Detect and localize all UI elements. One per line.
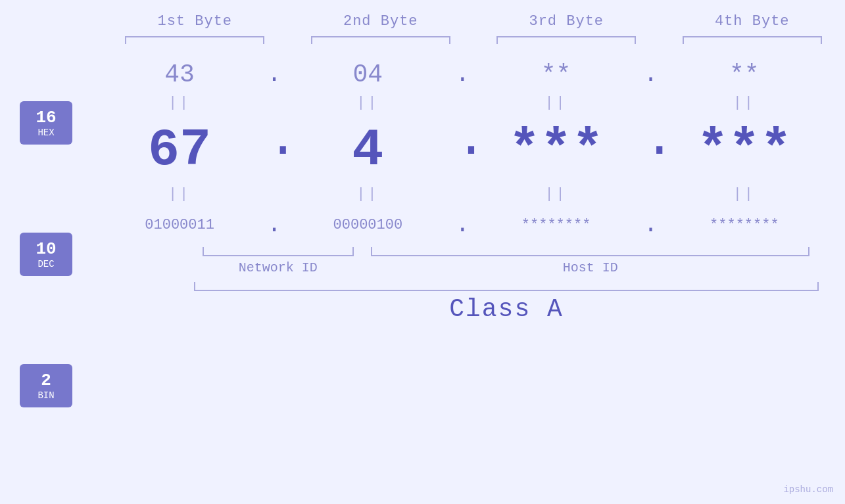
- eq-7: ||: [469, 186, 644, 202]
- class-a-label: Class A: [194, 295, 819, 323]
- eq-8: ||: [657, 186, 832, 202]
- main-container: 1st Byte 2nd Byte 3rd Byte 4th Byte 16 H…: [0, 0, 845, 504]
- dec-row: 67 · 4 · *** · ***: [92, 120, 832, 180]
- dec-val-3: ***: [509, 120, 604, 180]
- dec-cell-4: ***: [657, 120, 832, 180]
- hex-dot-3: .: [644, 61, 657, 88]
- dec-dot-2: ·: [456, 124, 469, 177]
- network-bracket: [203, 247, 354, 256]
- byte2-header: 2nd Byte: [288, 13, 474, 30]
- host-bracket-wrap: Host ID: [362, 247, 819, 275]
- hex-cell-1: 43: [92, 60, 267, 89]
- eq-4: ||: [657, 95, 832, 111]
- bin-val-4: ********: [710, 217, 779, 233]
- dec-cell-1: 67: [92, 120, 267, 180]
- network-bracket-wrap: Network ID: [194, 247, 362, 275]
- class-row: Class A: [92, 282, 832, 323]
- host-id-label: Host ID: [563, 260, 618, 275]
- hex-dot-1: .: [267, 61, 280, 88]
- eq-6: ||: [280, 186, 455, 202]
- hex-cell-2: 04: [280, 60, 455, 89]
- hex-label: HEX: [30, 127, 62, 138]
- eq-row-2: || || || ||: [92, 186, 832, 202]
- bracket-group-3: [473, 36, 660, 44]
- dec-dot-3: ·: [644, 124, 657, 177]
- top-brackets: [0, 36, 845, 44]
- bin-num: 2: [30, 371, 62, 390]
- byte4-header: 4th Byte: [660, 13, 846, 30]
- bracket-group-4: [660, 36, 846, 44]
- hex-val-4: **: [729, 60, 760, 89]
- main-grid: 43 . 04 . ** . ** || ||: [92, 51, 845, 504]
- hex-val-3: **: [541, 60, 571, 89]
- hex-dot-2: .: [456, 61, 469, 88]
- eq-3: ||: [469, 95, 644, 111]
- host-bracket: [371, 247, 809, 256]
- bottom-brackets-row: Network ID Host ID: [194, 247, 819, 275]
- bin-cell-2: 00000100: [280, 217, 455, 233]
- byte-headers: 1st Byte 2nd Byte 3rd Byte 4th Byte: [0, 13, 845, 30]
- bin-dot-3: .: [644, 212, 657, 239]
- top-bracket-1: [125, 36, 264, 44]
- bin-dot-2: .: [456, 212, 469, 239]
- dec-cell-3: ***: [469, 120, 644, 180]
- eq-5: ||: [92, 186, 267, 202]
- eq-1: ||: [92, 95, 267, 111]
- top-bracket-3: [496, 36, 636, 44]
- bracket-group-2: [288, 36, 474, 44]
- dec-label: DEC: [30, 259, 62, 269]
- watermark: ipshu.com: [783, 484, 833, 495]
- dec-num: 10: [30, 239, 62, 259]
- hex-val-1: 43: [164, 60, 195, 89]
- bin-val-2: 00000100: [333, 217, 403, 233]
- bottom-section: Network ID Host ID: [92, 247, 832, 275]
- content-area: 16 HEX 10 DEC 2 BIN 43 . 04: [0, 51, 845, 504]
- hex-badge: 16 HEX: [20, 101, 72, 145]
- bin-dot-1: .: [267, 212, 280, 239]
- bracket-group-1: [102, 36, 288, 44]
- hex-row: 43 . 04 . ** . **: [92, 60, 832, 89]
- dec-badge: 10 DEC: [20, 233, 72, 276]
- dec-val-2: 4: [352, 120, 383, 180]
- bin-val-3: ********: [521, 217, 591, 233]
- bin-val-1: 01000011: [145, 217, 214, 233]
- bin-row: 01000011 . 00000100 . ******** . *******…: [92, 212, 832, 239]
- bin-badge: 2 BIN: [20, 364, 72, 407]
- hex-val-2: 04: [353, 60, 383, 89]
- bin-cell-3: ********: [469, 217, 644, 233]
- hex-cell-3: **: [469, 60, 644, 89]
- left-labels: 16 HEX 10 DEC 2 BIN: [0, 51, 92, 504]
- top-bracket-4: [683, 36, 822, 44]
- top-bracket-2: [311, 36, 450, 44]
- byte1-header: 1st Byte: [102, 13, 288, 30]
- dec-val-1: 67: [148, 120, 211, 180]
- network-id-label: Network ID: [239, 260, 318, 275]
- hex-num: 16: [30, 108, 62, 127]
- bin-cell-1: 01000011: [92, 217, 267, 233]
- bin-cell-4: ********: [657, 217, 832, 233]
- hex-cell-4: **: [657, 60, 832, 89]
- eq-2: ||: [280, 95, 455, 111]
- dec-val-4: ***: [697, 120, 792, 180]
- eq-row-1: || || || ||: [92, 95, 832, 111]
- bin-label: BIN: [30, 390, 62, 401]
- byte3-header: 3rd Byte: [473, 13, 660, 30]
- dec-dot-1: ·: [267, 124, 280, 177]
- class-bracket: [194, 282, 819, 291]
- dec-cell-2: 4: [280, 120, 455, 180]
